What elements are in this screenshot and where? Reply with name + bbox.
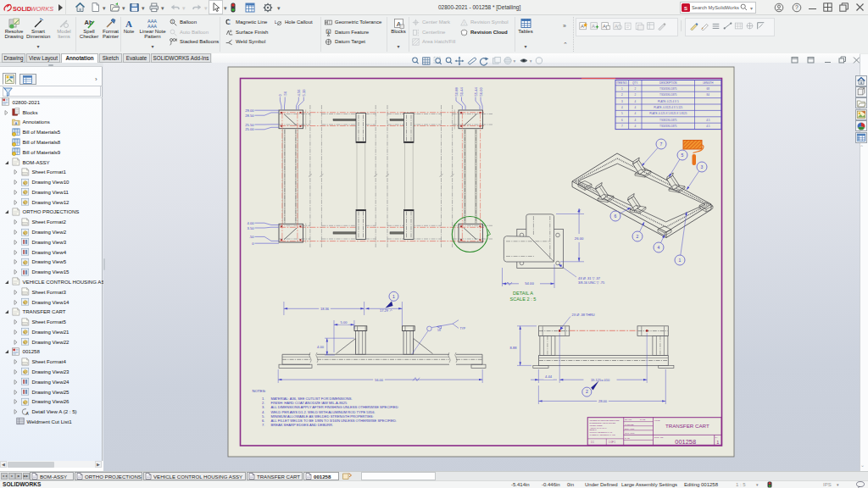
svg-text:1 OF 1: 1 OF 1 [609,441,615,444]
svg-text:1:1: 1:1 [591,441,594,444]
svg-text:4X Ø .31 ▽ .37: 4X Ø .31 ▽ .37 [578,276,600,280]
svg-text:ALL FILLET WELDS TO BE 1/8IN T: ALL FILLET WELDS TO BE 1/8IN TO 3/16IN U… [271,419,398,423]
svg-text:TYP: TYP [460,327,466,330]
svg-text:8.88: 8.88 [510,346,518,350]
svg-text:2X Ø .38 THRU: 2X Ø .38 THRU [572,313,595,317]
svg-text:L: L [275,20,277,25]
svg-text:6.: 6. [262,419,264,423]
svg-text:TS3X2X0.1875: TS3X2X0.1875 [659,119,677,122]
svg-text:MINIMUM ALLOWABLE AS WELDED ST: MINIMUM ALLOWABLE AS WELDED STRENGTH PRO… [271,414,374,419]
svg-text:S: S [684,5,687,10]
svg-text:4.: 4. [262,410,264,414]
svg-text:MFG APPR.: MFG APPR. [625,432,635,434]
svg-text:25.50: 25.50 [245,123,254,127]
svg-text:19.125±.010: 19.125±.010 [591,378,610,382]
svg-text:QTY.: QTY. [632,81,638,85]
svg-text:18.36: 18.36 [320,307,330,311]
svg-text:4.56: 4.56 [297,89,301,97]
svg-text:7.: 7. [262,423,264,427]
svg-text:THREE PLACE DECIMAL .005: THREE PLACE DECIMAL .005 [590,434,616,435]
svg-text:1: 1 [679,258,682,263]
svg-text:2: 2 [637,234,639,239]
svg-text:5: 5 [682,152,684,158]
svg-text:4.00: 4.00 [248,221,255,225]
svg-text:TRANSFER CART: TRANSFER CART [665,423,709,429]
svg-text:A: A [604,24,607,29]
svg-text:3.: 3. [262,405,264,409]
svg-text:TS5X3X0.1875: TS5X3X0.1875 [659,87,677,91]
svg-text:NOTES:: NOTES: [253,389,266,393]
svg-text:ITEM NO.: ITEM NO. [616,81,627,85]
svg-text:DRAWN: DRAWN [625,419,632,420]
svg-text:DESCRIPTION: DESCRIPTION [659,81,677,85]
svg-text:5.00: 5.00 [341,320,348,324]
svg-text:4.5: 4.5 [706,125,710,128]
svg-text:50.88: 50.88 [454,87,459,97]
svg-text:56.00: 56.00 [375,378,384,382]
svg-text:1: 1 [464,22,465,25]
svg-text:3/8-16 UNC ▽ .75: 3/8-16 UNC ▽ .75 [578,280,604,285]
svg-text:4.00: 4.00 [317,345,325,349]
svg-text:TS5X3X0.1875: TS5X3X0.1875 [659,93,677,97]
svg-text:WELD PER AWS D1.2. WELD WITH: WELD PER AWS D1.2. WELD WITH ALUMINUM RO… [271,410,376,414]
svg-text:Ab: Ab [84,19,92,26]
svg-text:BEND 2°: BEND 2° [590,429,598,430]
svg-text:ANGULAR: MACH 1°: ANGULAR: MACH 1° [590,427,608,429]
svg-text:4.44: 4.44 [545,374,553,379]
svg-text:25.00: 25.00 [245,127,254,131]
svg-text:1.: 1. [262,396,264,401]
svg-text:5.13: 5.13 [302,89,306,97]
svg-text:DWG. NO.: DWG. NO. [654,436,664,438]
svg-text:▾: ▾ [530,58,532,64]
svg-text:?: ? [795,4,798,10]
svg-text:PLATE, 0.25 4 X 5: PLATE, 0.25 4 X 5 [658,100,679,103]
svg-text:ENG APPR.: ENG APPR. [625,428,635,430]
svg-text:84: 84 [707,93,710,97]
svg-text:SOLID: SOLID [13,5,31,13]
svg-text:TITLE:: TITLE: [654,419,660,421]
svg-text:1: 1 [172,20,174,24]
svg-text:55.44: 55.44 [474,87,478,97]
svg-text:SH: SH [715,436,718,438]
svg-text:3.50: 3.50 [248,226,255,230]
svg-text:DETAIL A: DETAIL A [513,291,533,296]
svg-text:17.29: 17.29 [380,308,389,313]
svg-text:3: 3 [701,164,704,169]
svg-text:5.: 5. [262,414,264,419]
svg-text:56.00: 56.00 [479,87,483,97]
svg-text:▾: ▾ [514,58,516,64]
svg-text:UNLESS OTHERWISE SPECIFIED:: UNLESS OTHERWISE SPECIFIED: [590,419,620,421]
svg-text:A: A [25,410,29,415]
svg-text:MATERIAL: A36, SEE CUTLIST FO: MATERIAL: A36, SEE CUTLIST FOR DIMENSION… [271,396,353,401]
svg-text:51.44: 51.44 [459,87,464,97]
svg-text:001258: 001258 [675,438,696,446]
svg-text:CHECKED: CHECKED [625,424,634,425]
svg-text:WORKS: WORKS [31,5,53,13]
svg-text:TS5X3X0.1875: TS5X3X0.1875 [659,125,677,128]
svg-text:ALL DIMENSIONS APPLY AFTER FIN: ALL DIMENSIONS APPLY AFTER FINISHING UNL… [271,405,398,409]
svg-text:68: 68 [707,87,710,91]
svg-text:LENGTH: LENGTH [703,81,713,85]
svg-text:.50: .50 [249,235,254,239]
svg-text:1/8: 1/8 [437,329,441,332]
svg-text:PLATE, 0.125 X 1.8125 X 1.8125: PLATE, 0.125 X 1.8125 X 1.8125 [649,112,687,115]
svg-text:A: A [125,19,132,29]
svg-text:.56: .56 [283,91,287,96]
svg-text:28.50: 28.50 [245,114,254,118]
svg-text:DIMENSIONS ARE IN INCHES: DIMENSIONS ARE IN INCHES [590,422,616,424]
svg-text:4.5: 4.5 [706,119,710,122]
svg-text:1: 1 [716,440,719,445]
svg-text:A: A [592,24,595,29]
svg-text:PLATE, 0.3125 4 X 5.125: PLATE, 0.3125 4 X 5.125 [654,106,682,109]
svg-text:TOLERANCES:: TOLERANCES: [590,424,604,426]
svg-text:29.00: 29.00 [245,108,254,113]
svg-text:SCALE 2 : 5: SCALE 2 : 5 [510,297,537,302]
svg-text:DATE: DATE [625,437,630,439]
svg-text:BREAK SHARP EDGES AND DEBURR.: BREAK SHARP EDGES AND DEBURR. [271,423,334,427]
svg-text:4: 4 [658,245,660,250]
svg-text:26.00: 26.00 [575,236,584,241]
svg-text:A: A [14,121,17,125]
svg-text:TWO PLACE DECIMAL .01: TWO PLACE DECIMAL .01 [590,431,614,433]
svg-text:28.00: 28.00 [598,399,608,403]
svg-text:6: 6 [615,214,617,219]
